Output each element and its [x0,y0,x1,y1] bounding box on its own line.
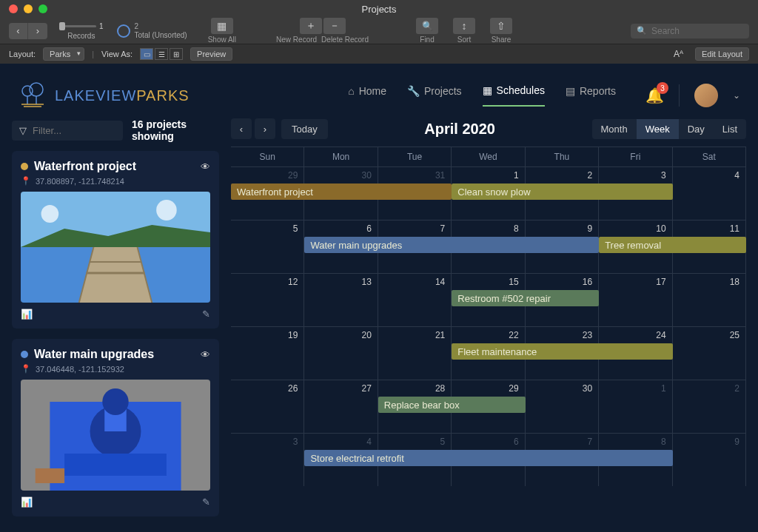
calendar-day[interactable]: 1 [599,380,672,433]
calendar-day[interactable]: 25 [673,327,746,380]
back-button[interactable]: ‹ [9,23,28,39]
calendar-day[interactable]: 13 [304,274,378,326]
calendar-week: 262728293012Replace bear box [231,380,746,433]
minimize-window-button[interactable] [24,4,33,13]
show-all-button[interactable]: ▦ [211,18,233,34]
calendar-event[interactable]: Tree removal [599,237,746,253]
status-dot [21,163,28,170]
view-list[interactable]: List [714,119,746,139]
calendar-event[interactable]: Fleet maintenance [452,343,672,360]
divider [679,84,680,107]
view-table-icon[interactable]: ⊞ [170,48,183,60]
visibility-icon[interactable]: 👁 [201,349,210,360]
calendar-event[interactable]: Water main upgrades [304,237,599,253]
share-button[interactable]: ⇧ [490,18,512,34]
calendar-event[interactable]: Clean snow plow [452,183,672,200]
close-window-button[interactable] [9,4,18,13]
calendar-event[interactable]: Waterfront project [231,183,452,200]
calendar-day[interactable]: 12 [231,274,304,326]
edit-layout-button[interactable]: Edit Layout [695,47,749,61]
view-day[interactable]: Day [679,119,714,139]
search-box[interactable]: 🔍 [631,24,749,38]
pie-icon [117,24,130,38]
calendar-event[interactable]: Restroom #502 repair [452,290,599,306]
svg-point-0 [22,86,33,96]
calendar-day[interactable]: 17 [599,274,672,326]
project-card[interactable]: Water main upgrades 👁 📍 37.046448, -121.… [12,339,219,516]
visibility-icon[interactable]: 👁 [201,161,210,172]
records-label: Records [67,32,95,40]
chart-icon[interactable]: 📊 [21,496,33,508]
total-number: 2 [135,22,187,31]
new-record-button[interactable]: ＋ [300,18,322,34]
calendar-day[interactable]: 3 [231,434,304,486]
calendar-day[interactable]: 20 [304,327,378,380]
calendar-week: 567891011Water main upgradesTree removal [231,220,746,273]
calendar-day[interactable]: 26 [231,380,304,433]
calendar-day[interactable]: 2 [673,380,746,433]
maximize-window-button[interactable] [38,4,47,13]
find-button[interactable]: 🔍 [416,18,438,34]
share-label: Share [492,36,512,44]
record-info: 2 Total (Unsorted) [117,22,187,40]
sort-button[interactable]: ↕ [453,18,475,34]
cal-next-button[interactable]: › [255,118,275,139]
project-coords: 37.808897, -121.748214 [36,177,124,186]
notification-badge: 3 [657,82,668,94]
calendar-day[interactable]: 21 [378,327,452,380]
tab-reports[interactable]: ▤Reports [566,84,616,107]
total-label: Total (Unsorted) [135,31,187,40]
calendar-week: 3456789Store electrical retrofit [231,433,746,486]
today-button[interactable]: Today [281,119,328,139]
filter-box[interactable]: ▽ [12,121,123,141]
tab-home[interactable]: ⌂Home [348,84,386,107]
view-week[interactable]: Week [637,119,679,139]
forward-button[interactable]: › [28,23,47,39]
record-number: 1 [99,22,104,30]
record-slider[interactable]: 1 Records [59,22,104,40]
calendar-day[interactable]: 14 [378,274,452,326]
calendar-day[interactable]: 9 [673,434,746,486]
calendar-day[interactable]: 4 [673,167,746,220]
view-month[interactable]: Month [592,119,637,139]
tab-projects[interactable]: 🔧Projects [407,84,462,107]
calendar-day[interactable]: 18 [673,274,746,326]
window-titlebar: Projects [0,0,758,18]
edit-icon[interactable]: ✎ [202,496,210,508]
calendar-event[interactable]: Replace bear box [378,397,526,413]
find-label: Find [420,36,434,44]
calendar-event[interactable]: Store electrical retrofit [304,450,672,466]
view-list-icon[interactable]: ☰ [155,48,168,60]
project-image [21,192,210,303]
delete-record-button[interactable]: － [323,18,346,34]
layout-label: Layout: [9,50,36,58]
chevron-down-icon[interactable]: ⌄ [733,90,740,101]
brand-parks: PARKS [136,87,189,104]
calendar-day[interactable]: 30 [526,380,599,433]
text-size-icon[interactable]: Aᴬ [674,49,683,59]
edit-icon[interactable]: ✎ [202,309,210,320]
calendar-day[interactable]: 19 [231,327,304,380]
calendar: ‹ › Today April 2020 Month Week Day List… [231,115,746,532]
calendar-day[interactable]: 27 [304,380,378,433]
view-as-label: View As: [101,50,133,58]
filter-input[interactable] [33,125,115,136]
tab-schedules[interactable]: ▦Schedules [483,84,545,107]
view-form-icon[interactable]: ▭ [140,48,153,60]
brand-lakeview: LAKEVIEW [55,87,136,104]
cal-prev-button[interactable]: ‹ [231,118,252,139]
user-avatar[interactable] [694,84,718,107]
layout-select[interactable]: Parks [43,47,84,61]
sort-label: Sort [457,36,471,44]
calendar-day[interactable]: 5 [231,220,304,273]
project-card[interactable]: Waterfront project 👁 📍 37.808897, -121.7… [12,151,219,329]
delete-record-label: Delete Record [321,36,369,44]
dow-header: Sun [231,147,304,166]
svg-point-20 [102,388,128,415]
main-nav: ⌂Home 🔧Projects ▦Schedules ▤Reports [348,84,616,107]
project-sidebar: ▽ 16 projects showing Waterfront project… [12,115,219,532]
notifications-button[interactable]: 🔔 3 [645,87,664,104]
search-input[interactable] [651,26,743,36]
chart-icon[interactable]: 📊 [21,309,33,320]
preview-button[interactable]: Preview [190,47,232,61]
